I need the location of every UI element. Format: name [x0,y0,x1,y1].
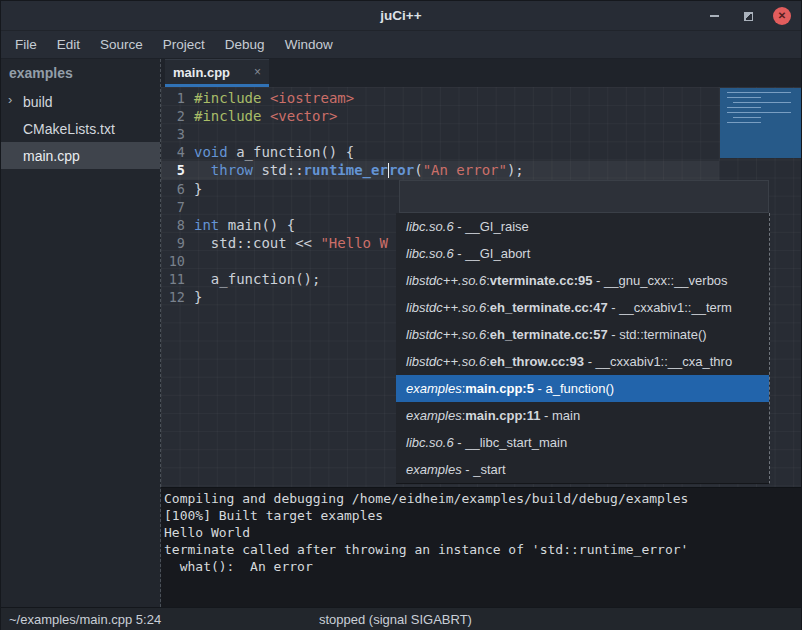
stack-frame-library: libc.so.6 [406,435,454,450]
stack-frame-function: - _start [462,462,506,477]
file-tree-panel: examples ›buildCMakeLists.txtmain.cpp [1,59,161,607]
minimap[interactable] [720,88,801,158]
sidebar-item-label: main.cpp [23,148,80,164]
code-token: ( [414,162,422,178]
minimap-mark [727,107,761,108]
line-number: 4 [161,144,185,160]
code-line-1[interactable]: 1#include <iostream> [161,89,719,107]
line-number: 9 [161,235,185,251]
code-token [261,90,269,106]
minimize-glyph [710,15,719,17]
code-line-5[interactable]: 5 throw std::runtime_error("An error"); [161,161,719,179]
close-icon[interactable]: ✕ [773,7,791,25]
code-token: } [194,181,202,197]
code-token: runtime_er [304,162,388,178]
code-line-2[interactable]: 2#include <vector> [161,107,719,125]
stack-frame-library: libc.so.6 [406,219,454,234]
stack-frame-item[interactable]: libc.so.6 - __GI_abort [396,240,769,267]
terminal-line: terminate called after throwing an insta… [164,542,801,559]
line-number: 12 [161,289,185,305]
menu-item-project[interactable]: Project [153,33,215,56]
code-line-4[interactable]: 4void a_function() { [161,143,719,161]
window-title: juCi++ [380,8,421,23]
code-token: throw [211,162,253,178]
menubar: FileEditSourceProjectDebugWindow [1,31,801,59]
code-token: a_function(); [194,271,320,287]
stack-frame-item[interactable]: libstdc++.so.6:eh_throw.cc:93 - __cxxabi… [396,348,769,375]
line-number: 1 [161,90,185,106]
minimap-mark [733,117,761,118]
code-token: int [194,217,219,233]
code-token: #include [194,90,261,106]
chevron-right-icon[interactable]: › [8,92,12,107]
menu-item-edit[interactable]: Edit [47,33,90,56]
code-token: <vector> [270,108,337,124]
terminal-line: [100%] Built target examples [164,508,801,525]
stack-frame-library: examples [406,408,462,423]
code-token: ror [389,162,414,178]
stack-frame-item[interactable]: examples - _start [396,456,769,483]
menu-item-window[interactable]: Window [275,33,343,56]
line-number: 8 [161,217,185,233]
stack-trace-popup: libc.so.6 - __GI_raiselibc.so.6 - __GI_a… [396,213,770,484]
line-number: 5 [161,162,185,178]
menu-item-source[interactable]: Source [90,33,153,56]
maximize-glyph [744,12,753,21]
stack-frame-item[interactable]: examples:main.cpp:11 - main [396,402,769,429]
tab-main-cpp[interactable]: main.cpp × [165,59,269,87]
sidebar-item-label: build [23,94,53,110]
stack-frame-item[interactable]: examples:main.cpp:5 - a_function() [396,375,769,402]
minimap-mark [727,112,791,113]
debug-tooltip-box [399,180,769,213]
statusbar-file-location: ~/examples/main.cpp 5:24 [9,612,161,627]
stack-frame-function: - __cxxabiv1::__term [608,300,732,315]
sidebar-item-main-cpp[interactable]: main.cpp [1,142,160,169]
stack-frame-function: - std::terminate() [608,327,707,342]
stack-frame-library: libc.so.6 [406,246,454,261]
menu-item-file[interactable]: File [5,33,47,56]
menu-item-debug[interactable]: Debug [215,33,275,56]
stack-frame-library: examples [406,462,462,477]
terminal-output[interactable]: Compiling and debugging /home/eidheim/ex… [161,487,801,607]
stack-frame-item[interactable]: libstdc++.so.6:vterminate.cc:95 - __gnu_… [396,267,769,294]
stack-frame-file-line: eh_terminate.cc:47 [490,300,608,315]
code-line-3[interactable]: 3 [161,125,719,143]
sidebar-item-cmakelists-txt[interactable]: CMakeLists.txt [1,115,160,142]
stack-frame-item[interactable]: libc.so.6 - __libc_start_main [396,429,769,456]
terminal-line: what(): An error [164,559,801,576]
line-number: 11 [161,271,185,287]
code-token: #include [194,108,261,124]
stack-frame-function: - __GI_abort [454,246,531,261]
code-token [194,162,211,178]
code-token: "An error" [423,162,507,178]
project-header: examples [1,59,160,88]
code-token: std:: [253,162,304,178]
minimize-icon[interactable] [705,7,723,25]
stack-frame-function: - __GI_raise [454,219,529,234]
stack-frame-item[interactable]: libc.so.6 - __GI_raise [396,213,769,240]
stack-frame-library: libstdc++.so.6 [406,354,486,369]
line-number: 6 [161,181,185,197]
tab-close-icon[interactable]: × [254,65,261,79]
stack-frame-file-line: eh_terminate.cc:57 [490,327,608,342]
stack-frame-item[interactable]: libstdc++.so.6:eh_terminate.cc:57 - std:… [396,321,769,348]
stack-frame-library: libstdc++.so.6 [406,300,486,315]
terminal-line: Hello World [164,525,801,542]
line-number: 7 [161,199,185,215]
maximize-icon[interactable] [739,7,757,25]
code-token: std::cout << [194,235,320,251]
code-token: a_function() { [228,144,354,160]
line-number: 2 [161,108,185,124]
code-token: main() { [219,217,295,233]
stack-frame-item[interactable]: libstdc++.so.6:eh_terminate.cc:47 - __cx… [396,294,769,321]
stack-frame-library: libstdc++.so.6 [406,327,486,342]
code-token: } [194,289,202,305]
sidebar-item-build[interactable]: ›build [1,88,160,115]
close-x-glyph: ✕ [778,11,786,21]
code-token: ); [507,162,524,178]
stack-frame-function: - __libc_start_main [454,435,567,450]
minimap-mark [727,122,761,123]
code-token [261,108,269,124]
file-tree: ›buildCMakeLists.txtmain.cpp [1,88,160,169]
stack-frame-file-line: eh_throw.cc:93 [490,354,584,369]
